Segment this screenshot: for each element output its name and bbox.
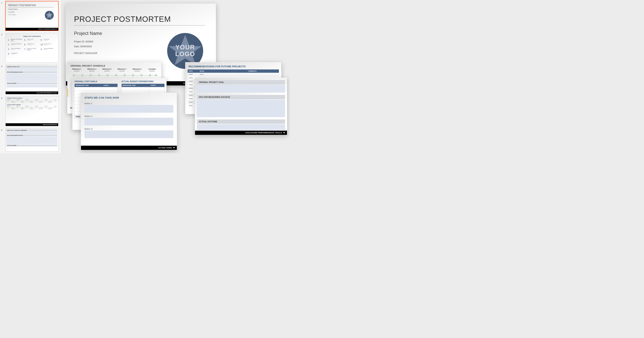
thumb1-sub: Project Name — [8, 8, 18, 10]
schedule-title: ORIGINAL PROJECT SCHEDULE — [68, 62, 162, 68]
project-name: Project Name — [74, 31, 102, 36]
cost-left-title: ORIGINAL COST GOALS — [74, 78, 118, 84]
thumb-number-1: 1 — [1, 1, 6, 31]
goal-h3: ACTUAL OUTCOME — [197, 119, 285, 124]
cost-right-title: ACTUAL BUDGET EXPENDITURES — [122, 78, 164, 84]
project-meta: Project ID: 000000 Date: 00/00/0000 PROJ… — [74, 39, 98, 56]
svg-text:LOGO: LOGO — [47, 15, 51, 16]
action-2-label: Action 2: — [81, 114, 177, 118]
slide-thumb-1[interactable]: PROJECT POSTMORTEM Project Name Project … — [6, 1, 58, 31]
svg-text:YOUR: YOUR — [176, 44, 195, 51]
slide-thumb-4[interactable]: ORIGINAL PROJECT SCHEDULE Milestone 1Mil… — [6, 97, 58, 126]
thumb2-toc: 1EVALUATING PERFORMANCES: GOALSDescripti… — [8, 39, 56, 59]
chevron-down-icon — [173, 147, 175, 148]
recs-title: RECOMMENDATIONS FOR FUTURE PROJECTS — [185, 62, 281, 69]
goal-body-3 — [197, 124, 285, 130]
action-1-box — [84, 105, 173, 113]
slide-thumb-3[interactable]: ORIGINAL PROJECT GOAL KPIs FOR MEASURING… — [6, 65, 58, 94]
goal-h1: ORIGINAL PROJECT GOAL — [197, 80, 285, 84]
timeline-dots — [72, 73, 157, 77]
chevron-down-icon — [283, 132, 285, 133]
thumb-number-2: 2 — [1, 33, 6, 62]
goal-footer: EVALUATING PERFORMANCES: GOALS — [195, 131, 287, 135]
action-3-label: Action 3: — [81, 127, 177, 130]
thumb-number-4: 4 — [1, 97, 6, 126]
slide-thumb-5[interactable]: INITIAL GOAL FOR QUALITY STANDARDS KPIs … — [6, 129, 58, 152]
thumb1-footer: PROJECT POSTMORTEM TEMPLATE — [6, 28, 58, 30]
action-2-box — [84, 118, 173, 125]
goal-body-1 — [197, 85, 285, 93]
goal-body-2 — [197, 100, 285, 117]
thumbnail-panel: 1 PROJECT POSTMORTEM Project Name Projec… — [0, 0, 62, 153]
thumb1-meta: Project ID: 000000 Date: 00/00/0000 PROJ… — [8, 11, 16, 15]
slide-canvas[interactable]: PROJECT POSTMORTEM Project Name Project … — [62, 0, 290, 153]
steps-title: STEPS WE CAN TAKE NOW — [81, 93, 177, 101]
thumb1-logo: YOURLOGO — [45, 11, 54, 20]
thumb4-footer: TIMELINE PERFORMANCES — [6, 123, 58, 126]
thumb3-footer: EVALUATING PERFORMANCES: GOALS — [6, 91, 58, 94]
action-1-label: Action 1: — [81, 101, 177, 105]
steps-footer: ACTION ITEMS — [81, 146, 177, 150]
thumb2-title: TABLE OF CONTENTS — [6, 35, 58, 37]
svg-text:YOUR: YOUR — [47, 13, 51, 15]
thumb1-title: PROJECT POSTMORTEM — [8, 4, 36, 6]
action-3-box — [84, 130, 173, 138]
goal-card[interactable]: ORIGINAL PROJECT GOAL KPIs FOR MEASURING… — [195, 78, 287, 135]
slide-title: PROJECT POSTMORTEM — [74, 15, 171, 23]
schedule-milestones: Milestone 100/00/00 Milestone 300/00/00 … — [68, 68, 162, 72]
slide-thumb-2[interactable]: TABLE OF CONTENTS 1EVALUATING PERFORMANC… — [6, 33, 58, 62]
svg-text:LOGO: LOGO — [175, 50, 195, 57]
goal-h2: KPIs FOR MEASURING SUCCESS — [197, 95, 285, 99]
thumb-number-3: 3 — [1, 65, 6, 94]
thumb-number-5: 5 — [1, 129, 6, 152]
steps-card[interactable]: STEPS WE CAN TAKE NOW Action 1: Action 2… — [81, 93, 177, 150]
